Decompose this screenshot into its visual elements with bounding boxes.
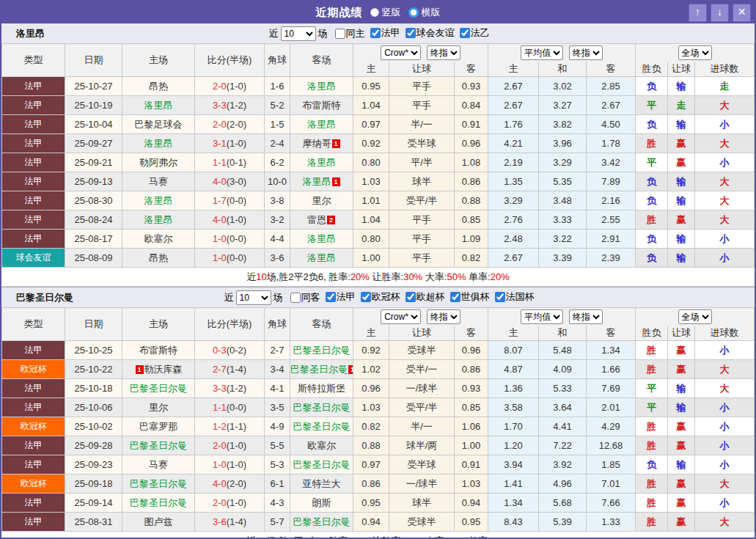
date-cell: 25-09-14 <box>65 494 122 513</box>
home-team-cell: 巴黎足球会 <box>122 115 195 134</box>
league-filter[interactable]: 法国杯 <box>495 290 535 304</box>
league-filter[interactable]: 法甲 <box>326 290 356 304</box>
half-score: (1-0) <box>227 81 246 92</box>
euro-time-select[interactable]: 终指 <box>569 45 603 60</box>
away-team-cell: 里尔 <box>290 191 353 210</box>
score-cell: 1-1(0-1) <box>195 153 265 172</box>
away-team-cell: 洛里昂 <box>290 115 353 134</box>
asia-home-odds-cell: 1.00 <box>353 249 389 268</box>
asia-time-select[interactable]: 终指 <box>427 309 460 324</box>
league-checkbox[interactable] <box>326 292 336 302</box>
layout-horizontal-radio[interactable]: 横版 <box>408 6 441 19</box>
date-cell: 25-10-06 <box>65 398 122 417</box>
recent-count-select[interactable]: 10 <box>236 290 271 305</box>
score-cell: 4-0(1-0) <box>195 210 265 230</box>
euro-away-odds-cell: 4.29 <box>587 417 636 436</box>
asia-away-odds-cell: 1.00 <box>455 436 488 455</box>
asia-odds-group: Crow* 终指 <box>353 44 488 62</box>
close-button[interactable]: ✕ <box>733 4 751 22</box>
date-cell: 25-08-24 <box>65 210 122 230</box>
result-goals-cell: 小 <box>695 115 755 134</box>
full-score: 4-0 <box>213 176 227 187</box>
scroll-up-button[interactable]: ↑ <box>689 4 707 22</box>
summary-segment: 50% <box>447 271 466 282</box>
asia-away-odds-cell: 1.08 <box>455 153 488 172</box>
same-venue-checkbox[interactable] <box>335 29 345 39</box>
result-winloss-cell: 胜 <box>636 474 668 494</box>
away-team-cell: 洛里昂 <box>290 153 353 172</box>
asia-home-odds-cell: 0.97 <box>353 115 389 134</box>
league-filter[interactable]: 欧超杯 <box>405 290 445 304</box>
asia-home-odds-cell: 0.80 <box>353 153 389 172</box>
layout-vertical-radio[interactable]: 竖版 <box>370 6 401 19</box>
asia-time-select[interactable]: 终指 <box>427 45 460 60</box>
league-checkbox[interactable] <box>405 292 416 302</box>
col-asia-home: 主 <box>353 62 389 77</box>
asia-company-select[interactable]: Crow* <box>381 309 421 324</box>
col-handicap-result: 让球 <box>668 62 695 77</box>
league-filter[interactable]: 欧冠杯 <box>361 290 400 304</box>
league-checkbox[interactable] <box>460 28 470 38</box>
same-venue-checkbox[interactable] <box>290 293 301 303</box>
table-row: 法甲25-10-06里尔1-1(0-0)3-5巴黎圣日尔曼1.03受平/半0.8… <box>2 398 755 417</box>
recent-count-select[interactable]: 10 <box>281 26 316 41</box>
col-away: 客场 <box>290 44 353 77</box>
euro-draw-odds-cell: 5.48 <box>539 341 587 360</box>
score-cell: 2-7(1-4) <box>195 360 265 379</box>
euro-home-odds-cell: 2.76 <box>488 210 539 230</box>
result-group: 全场 <box>636 44 755 62</box>
league-checkbox[interactable] <box>361 292 371 302</box>
league-checkbox[interactable] <box>450 292 460 302</box>
half-score: (3-0) <box>227 176 246 187</box>
corner-cell: 1-6 <box>265 77 290 96</box>
table-header: 类型 日期 主场 比分(半场) 角球 客场 Crow* 终指 平均值 终指 全场 <box>2 44 755 77</box>
match-type-cell: 法甲 <box>2 379 65 398</box>
result-winloss-cell: 平 <box>636 96 668 115</box>
league-filter[interactable]: 法乙 <box>460 26 490 40</box>
corner-cell: 4-3 <box>265 494 290 513</box>
euro-away-odds-cell: 2.01 <box>587 398 636 417</box>
period-select[interactable]: 全场 <box>678 309 712 324</box>
matches-table: 类型 日期 主场 比分(半场) 角球 客场 Crow* 终指 平均值 终指 全场 <box>1 43 755 287</box>
asia-home-odds-cell: 1.02 <box>353 360 389 379</box>
team-name-text: 里尔 <box>149 402 168 413</box>
same-venue-filter[interactable]: 同主 <box>335 27 365 40</box>
same-venue-filter[interactable]: 同客 <box>290 291 320 304</box>
team-name-text: 昂热 <box>149 252 168 263</box>
league-filter[interactable]: 法甲 <box>370 26 400 40</box>
date-cell: 25-09-23 <box>65 455 122 474</box>
col-corner: 角球 <box>265 308 290 341</box>
team-name-text: 亚特兰大 <box>303 478 341 489</box>
col-asia-handicap: 让球 <box>389 62 455 77</box>
euro-away-odds-cell: 3.42 <box>587 153 636 172</box>
league-checkbox[interactable] <box>405 28 416 38</box>
period-select[interactable]: 全场 <box>678 45 712 60</box>
league-filter[interactable]: 球会友谊 <box>405 26 455 40</box>
league-checkbox[interactable] <box>370 28 381 38</box>
euro-home-odds-cell: 1.35 <box>488 172 539 191</box>
corner-cell: 3-4 <box>265 360 290 379</box>
corner-cell: 2-7 <box>265 341 290 360</box>
away-team-cell: 斯特拉斯堡 <box>290 379 353 398</box>
match-type-cell: 法甲 <box>2 494 65 513</box>
asia-away-odds-cell: 0.86 <box>455 172 488 191</box>
league-checkbox[interactable] <box>495 292 505 302</box>
asia-handicap-cell: 受平/半 <box>389 191 455 210</box>
col-euro-home: 主 <box>488 326 539 341</box>
team-filter-band: 洛里昂 近 10 场 同主 法甲球会友谊法乙 <box>1 23 755 43</box>
league-filter[interactable]: 世俱杯 <box>450 290 490 304</box>
away-team-cell: 巴黎圣日尔曼 <box>290 398 353 417</box>
euro-time-select[interactable]: 终指 <box>569 309 603 324</box>
euro-draw-odds-cell: 3.96 <box>539 134 587 153</box>
date-cell: 25-08-17 <box>65 230 122 249</box>
col-type: 类型 <box>2 308 65 341</box>
euro-company-select[interactable]: 平均值 <box>521 309 563 324</box>
result-handicap-cell: 赢 <box>668 134 695 153</box>
score-cell: 2-0(1-0) <box>195 436 265 455</box>
asia-odds-group: Crow* 终指 <box>353 308 488 326</box>
home-team-cell: 巴黎圣日尔曼 <box>122 494 195 513</box>
full-score: 2-0 <box>213 119 227 130</box>
scroll-down-button[interactable]: ↓ <box>711 4 729 22</box>
asia-company-select[interactable]: Crow* <box>381 45 421 60</box>
euro-company-select[interactable]: 平均值 <box>521 45 563 60</box>
